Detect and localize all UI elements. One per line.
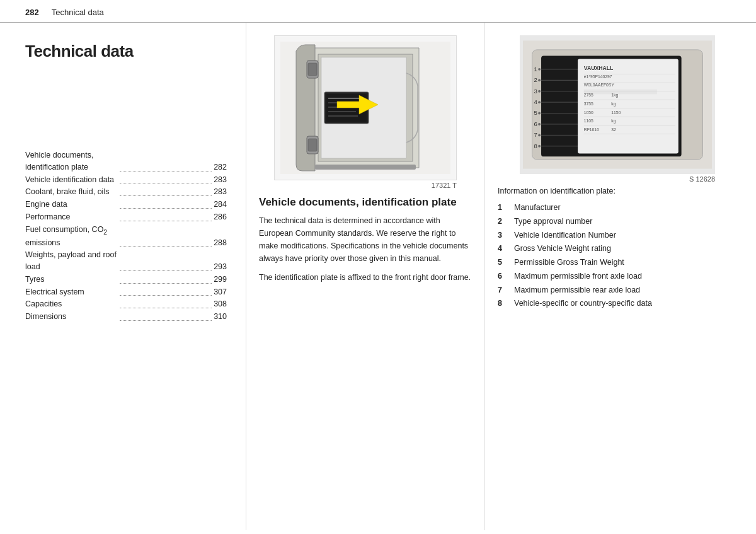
toc-row: Tyres299 [25, 274, 227, 286]
svg-point-32 [538, 145, 541, 148]
toc-page: 293 [214, 261, 227, 273]
svg-rect-13 [315, 165, 416, 170]
info-header: Information on identification plate: [498, 187, 737, 195]
toc-label: Weights, payload and roof load [25, 249, 118, 273]
toc-dots [120, 288, 212, 296]
item-description: Maximum permissible front axle load [514, 270, 737, 282]
toc-row: Vehicle documents, identification plate2… [25, 149, 227, 173]
mid-body-2: The identification plate is affixed to t… [259, 271, 472, 284]
item-number: 5 [498, 257, 514, 269]
toc-page: 310 [214, 311, 227, 323]
svg-text:kg: kg [611, 102, 616, 107]
svg-text:6: 6 [534, 120, 537, 127]
item-number: 6 [498, 270, 514, 282]
list-item: 8Vehicle-specific or country-specific da… [498, 298, 737, 310]
item-description: Maximum permissible rear axle load [514, 284, 737, 296]
svg-text:1kg: 1kg [611, 93, 618, 98]
toc-row: Engine data284 [25, 199, 227, 211]
svg-rect-4 [308, 139, 317, 151]
item-number: 4 [498, 243, 514, 255]
svg-point-30 [538, 123, 541, 125]
page-body: Technical data Vehicle documents, identi… [0, 23, 756, 530]
right-image-wrapper: 1 2 3 4 5 6 7 8 [498, 35, 737, 183]
section-title: Technical data [25, 42, 227, 61]
svg-rect-2 [308, 63, 317, 76]
svg-text:kg: kg [611, 119, 616, 124]
svg-text:2: 2 [534, 76, 537, 83]
toc-page: 284 [214, 199, 227, 211]
toc-row: Dimensions310 [25, 311, 227, 323]
toc-dots [120, 313, 212, 321]
middle-column: 17321 T Vehicle documents, identificatio… [246, 23, 485, 530]
svg-point-27 [538, 90, 541, 93]
list-item: 2Type approval number [498, 216, 737, 228]
toc-label: Fuel consumption, CO2 emissions [25, 224, 118, 249]
toc-row: Coolant, brake fluid, oils283 [25, 186, 227, 198]
svg-text:RF1616: RF1616 [584, 127, 599, 132]
toc-page: 307 [214, 286, 227, 298]
svg-text:3755: 3755 [584, 102, 593, 106]
toc-label: Dimensions [25, 311, 118, 323]
header-title: Technical data [52, 8, 104, 17]
toc-row: Vehicle identification data283 [25, 174, 227, 186]
toc-dots [120, 189, 212, 196]
list-item: 3Vehicle Identification Number [498, 229, 737, 241]
mid-section-title: Vehicle documents, identification plate [259, 195, 472, 209]
svg-text:2755: 2755 [584, 93, 593, 97]
item-description: Vehicle-specific or country-specific dat… [514, 298, 737, 310]
list-item: 6Maximum permissible front axle load [498, 270, 737, 282]
table-of-contents: Vehicle documents, identification plate2… [25, 149, 227, 323]
toc-page: 283 [214, 174, 227, 186]
svg-point-28 [538, 101, 541, 103]
svg-text:32: 32 [611, 127, 616, 132]
svg-point-25 [538, 68, 541, 71]
svg-text:VAUXHALL: VAUXHALL [584, 65, 614, 71]
item-number: 1 [498, 202, 514, 214]
item-description: Type approval number [514, 216, 737, 228]
mid-body-1: The technical data is determined in acco… [259, 214, 472, 265]
list-item: 7Maximum permissible rear axle load [498, 284, 737, 296]
mid-image-wrapper: 17321 T [259, 35, 472, 189]
toc-label: Coolant, brake fluid, oils [25, 186, 118, 198]
toc-dots [120, 301, 212, 308]
info-list: 1Manufacturer2Type approval number3Vehic… [498, 202, 737, 310]
item-number: 2 [498, 216, 514, 228]
toc-label: Vehicle identification data [25, 174, 118, 186]
toc-dots [120, 276, 212, 284]
toc-label: Engine data [25, 199, 118, 211]
item-description: Permissible Gross Train Weight [514, 257, 737, 269]
svg-text:1050: 1050 [584, 110, 593, 115]
toc-row: Electrical system307 [25, 286, 227, 298]
toc-page: 283 [214, 186, 227, 198]
svg-point-26 [538, 79, 541, 81]
toc-row: Performance286 [25, 211, 227, 223]
right-column: 1 2 3 4 5 6 7 8 [485, 23, 756, 530]
toc-label: Electrical system [25, 286, 118, 298]
toc-dots [120, 264, 212, 271]
list-item: 5Permissible Gross Train Weight [498, 257, 737, 269]
mid-image-caption: 17321 T [274, 182, 457, 189]
toc-dots [120, 201, 212, 209]
toc-page: 299 [214, 274, 227, 286]
svg-text:1105: 1105 [584, 119, 593, 123]
page-number: 282 [25, 8, 39, 17]
toc-row: Weights, payload and roof load293 [25, 249, 227, 273]
svg-text:8: 8 [534, 142, 537, 149]
left-column: Technical data Vehicle documents, identi… [0, 23, 246, 530]
toc-page: 282 [214, 161, 227, 173]
toc-page: 308 [214, 298, 227, 310]
toc-label: Vehicle documents, identification plate [25, 149, 118, 173]
toc-row: Fuel consumption, CO2 emissions288 [25, 224, 227, 249]
svg-text:1: 1 [534, 66, 537, 73]
item-number: 7 [498, 284, 514, 296]
list-item: 4Gross Vehicle Weight rating [498, 243, 737, 255]
item-number: 3 [498, 229, 514, 241]
toc-label: Tyres [25, 274, 118, 286]
toc-dots [120, 176, 212, 183]
toc-page: 286 [214, 211, 227, 223]
svg-point-29 [538, 112, 541, 115]
svg-text:4: 4 [534, 98, 537, 105]
item-description: Vehicle Identification Number [514, 229, 737, 241]
toc-dots [120, 214, 212, 221]
svg-rect-37 [584, 90, 657, 95]
